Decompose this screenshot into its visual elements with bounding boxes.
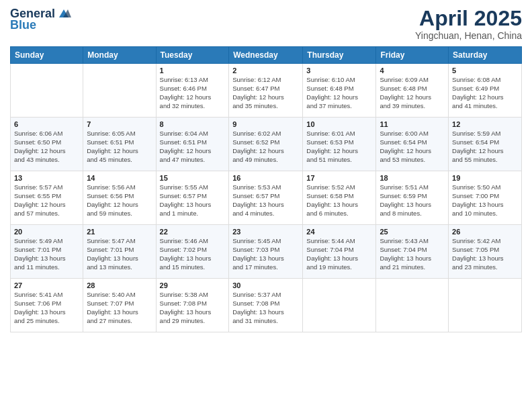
calendar-cell: 2Sunrise: 6:12 AM Sunset: 6:47 PM Daylig… [229, 64, 303, 118]
calendar-week-row: 27Sunrise: 5:41 AM Sunset: 7:06 PM Dayli… [11, 279, 522, 332]
day-info: Sunrise: 6:09 AM Sunset: 6:48 PM Dayligh… [380, 76, 445, 110]
day-info: Sunrise: 5:41 AM Sunset: 7:06 PM Dayligh… [14, 291, 79, 325]
day-number: 9 [232, 120, 299, 128]
day-number: 21 [87, 228, 152, 236]
calendar-cell [303, 279, 376, 332]
calendar-cell: 21Sunrise: 5:47 AM Sunset: 7:01 PM Dayli… [83, 225, 156, 279]
calendar-cell [449, 279, 522, 332]
calendar-cell: 29Sunrise: 5:38 AM Sunset: 7:08 PM Dayli… [156, 279, 229, 332]
calendar-cell: 8Sunrise: 6:04 AM Sunset: 6:51 PM Daylig… [156, 118, 229, 171]
calendar-cell: 1Sunrise: 6:13 AM Sunset: 6:46 PM Daylig… [156, 64, 229, 118]
day-number: 10 [306, 120, 372, 128]
day-number: 18 [380, 174, 445, 182]
day-info: Sunrise: 6:01 AM Sunset: 6:53 PM Dayligh… [306, 130, 372, 164]
calendar-cell: 23Sunrise: 5:45 AM Sunset: 7:03 PM Dayli… [229, 225, 303, 279]
calendar-cell: 16Sunrise: 5:53 AM Sunset: 6:57 PM Dayli… [229, 171, 303, 225]
day-number: 30 [232, 281, 299, 289]
calendar-week-row: 20Sunrise: 5:49 AM Sunset: 7:01 PM Dayli… [11, 225, 522, 279]
col-thursday: Thursday [303, 47, 376, 64]
day-number: 5 [452, 66, 518, 75]
calendar-cell: 20Sunrise: 5:49 AM Sunset: 7:01 PM Dayli… [11, 225, 83, 279]
calendar-cell: 14Sunrise: 5:56 AM Sunset: 6:56 PM Dayli… [83, 171, 156, 225]
day-number: 25 [380, 228, 445, 236]
day-info: Sunrise: 5:38 AM Sunset: 7:08 PM Dayligh… [160, 291, 226, 325]
calendar-cell: 26Sunrise: 5:42 AM Sunset: 7:05 PM Dayli… [449, 225, 522, 279]
day-number: 19 [452, 174, 518, 182]
calendar-cell: 6Sunrise: 6:06 AM Sunset: 6:50 PM Daylig… [11, 118, 83, 171]
day-info: Sunrise: 6:12 AM Sunset: 6:47 PM Dayligh… [232, 76, 299, 110]
calendar-cell: 24Sunrise: 5:44 AM Sunset: 7:04 PM Dayli… [303, 225, 376, 279]
day-info: Sunrise: 5:42 AM Sunset: 7:05 PM Dayligh… [452, 237, 518, 271]
calendar-cell: 12Sunrise: 5:59 AM Sunset: 6:54 PM Dayli… [449, 118, 522, 171]
day-number: 1 [160, 66, 226, 75]
logo: General Blue [10, 7, 71, 32]
calendar-cell: 3Sunrise: 6:10 AM Sunset: 6:48 PM Daylig… [303, 64, 376, 118]
day-number: 6 [14, 120, 79, 128]
month-title: April 2025 [415, 7, 522, 30]
day-number: 11 [380, 120, 445, 128]
day-number: 8 [160, 120, 226, 128]
day-info: Sunrise: 5:47 AM Sunset: 7:01 PM Dayligh… [87, 237, 152, 271]
day-info: Sunrise: 6:10 AM Sunset: 6:48 PM Dayligh… [306, 76, 372, 110]
day-info: Sunrise: 5:44 AM Sunset: 7:04 PM Dayligh… [306, 237, 372, 271]
col-sunday: Sunday [11, 47, 83, 64]
calendar-cell: 22Sunrise: 5:46 AM Sunset: 7:02 PM Dayli… [156, 225, 229, 279]
calendar-cell: 27Sunrise: 5:41 AM Sunset: 7:06 PM Dayli… [11, 279, 83, 332]
day-number: 17 [306, 174, 372, 182]
day-info: Sunrise: 5:43 AM Sunset: 7:04 PM Dayligh… [380, 237, 445, 271]
calendar-cell: 11Sunrise: 6:00 AM Sunset: 6:54 PM Dayli… [376, 118, 449, 171]
day-number: 22 [160, 228, 226, 236]
day-info: Sunrise: 6:05 AM Sunset: 6:51 PM Dayligh… [87, 130, 152, 164]
day-info: Sunrise: 5:52 AM Sunset: 6:58 PM Dayligh… [306, 183, 372, 218]
day-info: Sunrise: 5:57 AM Sunset: 6:55 PM Dayligh… [14, 183, 79, 218]
calendar-cell: 5Sunrise: 6:08 AM Sunset: 6:49 PM Daylig… [449, 64, 522, 118]
calendar-week-row: 13Sunrise: 5:57 AM Sunset: 6:55 PM Dayli… [11, 171, 522, 225]
day-number: 15 [160, 174, 226, 182]
col-wednesday: Wednesday [229, 47, 303, 64]
col-friday: Friday [376, 47, 449, 64]
day-number: 2 [232, 66, 299, 75]
calendar-table: Sunday Monday Tuesday Wednesday Thursday… [10, 46, 522, 332]
day-number: 3 [306, 66, 372, 75]
calendar-cell [376, 279, 449, 332]
day-info: Sunrise: 6:04 AM Sunset: 6:51 PM Dayligh… [160, 130, 226, 164]
day-info: Sunrise: 5:55 AM Sunset: 6:57 PM Dayligh… [160, 183, 226, 218]
page-container: General Blue April 2025 Yingchuan, Henan… [0, 0, 532, 411]
day-info: Sunrise: 5:51 AM Sunset: 6:59 PM Dayligh… [380, 183, 445, 218]
day-info: Sunrise: 6:06 AM Sunset: 6:50 PM Dayligh… [14, 130, 79, 164]
calendar-cell: 13Sunrise: 5:57 AM Sunset: 6:55 PM Dayli… [11, 171, 83, 225]
calendar-week-row: 1Sunrise: 6:13 AM Sunset: 6:46 PM Daylig… [11, 64, 522, 118]
day-info: Sunrise: 5:37 AM Sunset: 7:08 PM Dayligh… [232, 291, 299, 325]
col-saturday: Saturday [449, 47, 522, 64]
day-number: 26 [452, 228, 518, 236]
calendar-cell: 19Sunrise: 5:50 AM Sunset: 7:00 PM Dayli… [449, 171, 522, 225]
col-tuesday: Tuesday [156, 47, 229, 64]
day-number: 20 [14, 228, 79, 236]
day-number: 4 [380, 66, 445, 75]
calendar-week-row: 6Sunrise: 6:06 AM Sunset: 6:50 PM Daylig… [11, 118, 522, 171]
day-info: Sunrise: 5:53 AM Sunset: 6:57 PM Dayligh… [232, 183, 299, 218]
title-section: April 2025 Yingchuan, Henan, China [415, 7, 522, 41]
logo-icon [56, 8, 71, 20]
day-number: 23 [232, 228, 299, 236]
calendar-cell: 4Sunrise: 6:09 AM Sunset: 6:48 PM Daylig… [376, 64, 449, 118]
day-info: Sunrise: 5:46 AM Sunset: 7:02 PM Dayligh… [160, 237, 226, 271]
logo-blue-text: Blue [10, 18, 36, 32]
day-info: Sunrise: 5:59 AM Sunset: 6:54 PM Dayligh… [452, 130, 518, 164]
calendar-cell: 7Sunrise: 6:05 AM Sunset: 6:51 PM Daylig… [83, 118, 156, 171]
calendar-cell [83, 64, 156, 118]
day-info: Sunrise: 5:40 AM Sunset: 7:07 PM Dayligh… [87, 291, 152, 325]
day-number: 27 [14, 281, 79, 289]
calendar-cell: 9Sunrise: 6:02 AM Sunset: 6:52 PM Daylig… [229, 118, 303, 171]
day-number: 28 [87, 281, 152, 289]
day-number: 7 [87, 120, 152, 128]
calendar-cell: 25Sunrise: 5:43 AM Sunset: 7:04 PM Dayli… [376, 225, 449, 279]
calendar-cell: 10Sunrise: 6:01 AM Sunset: 6:53 PM Dayli… [303, 118, 376, 171]
day-number: 24 [306, 228, 372, 236]
day-number: 13 [14, 174, 79, 182]
day-info: Sunrise: 6:02 AM Sunset: 6:52 PM Dayligh… [232, 130, 299, 164]
location: Yingchuan, Henan, China [415, 30, 522, 41]
calendar-header-row: Sunday Monday Tuesday Wednesday Thursday… [11, 47, 522, 64]
day-info: Sunrise: 6:13 AM Sunset: 6:46 PM Dayligh… [160, 76, 226, 110]
calendar-cell: 30Sunrise: 5:37 AM Sunset: 7:08 PM Dayli… [229, 279, 303, 332]
